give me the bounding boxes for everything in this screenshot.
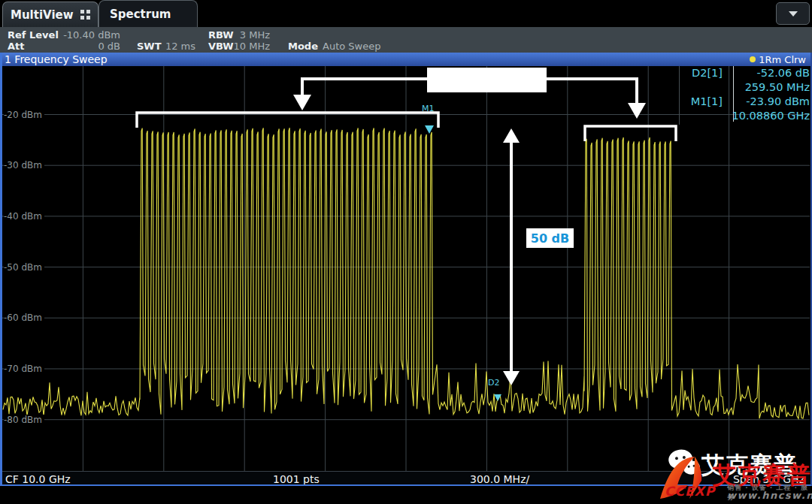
marker-m1-flag: M1 <box>422 104 435 113</box>
window-dropdown-button[interactable] <box>776 2 810 25</box>
watermark-website: www.hncsw.net <box>727 490 812 501</box>
marker-row-m1[interactable]: M1[1] -23.90 dBm <box>680 95 812 110</box>
marker-d2-icon[interactable] <box>494 394 501 401</box>
swt-label[interactable]: SWT <box>137 41 162 52</box>
marker-row-d2-freq[interactable]: 259.50 MHz <box>680 81 812 95</box>
y-axis-label: -70 dBm <box>4 364 44 374</box>
rbw-value[interactable]: 3 MHz <box>226 29 270 41</box>
watermark-logo-text: CCEXP <box>665 484 715 499</box>
window-title: 1 Frequency Sweep <box>5 53 108 65</box>
multiview-grid-icon <box>80 10 90 20</box>
y-axis-label: -60 dBm <box>4 312 44 323</box>
tab-multiview[interactable]: MultiView <box>2 2 98 27</box>
marker-results-panel: D2[1] -52.06 dB 259.50 MHz M1[1] -23.90 … <box>679 66 812 125</box>
per-division-value[interactable]: 300.0 MHz/ <box>470 473 529 485</box>
att-value[interactable]: 0 dB <box>57 41 120 52</box>
span-value[interactable]: Span 3.0 GHz <box>733 473 804 485</box>
spectrum-plot-svg <box>0 66 812 471</box>
marker-d2-freq: 259.50 MHz <box>729 81 812 95</box>
marker-m1-name-spacer <box>680 110 729 124</box>
att-label[interactable]: Att <box>8 41 25 52</box>
tab-spectrum[interactable]: Spectrum <box>98 0 198 27</box>
vbw-value[interactable]: 10 MHz <box>226 41 270 52</box>
x-axis-bar: CF 10.0 GHz 1001 pts 300.0 MHz/ Span 3.0… <box>0 471 812 486</box>
sweep-points-value[interactable]: 1001 pts <box>273 473 320 485</box>
y-axis-label: -80 dBm <box>4 415 44 425</box>
tab-multiview-label: MultiView <box>11 8 74 22</box>
marker-m1-name: M1[1] <box>680 95 729 110</box>
settings-bar: Ref Level -10.40 dBm Att 0 dB SWT 12 ms … <box>0 27 812 53</box>
y-axis-label: -40 dBm <box>4 211 44 222</box>
chevron-down-icon <box>789 11 798 17</box>
marker-d2-name-spacer <box>680 81 729 95</box>
marker-m1-icon[interactable] <box>425 125 434 134</box>
delta-measure-arrow <box>503 128 520 385</box>
trace-info[interactable]: 1Rm Clrw <box>750 54 806 65</box>
window-title-bar[interactable]: 1 Frequency Sweep 1Rm Clrw <box>0 53 812 66</box>
y-axis-label: -30 dBm <box>4 160 44 171</box>
marker-d2-flag: D2 <box>488 378 499 388</box>
trace-color-dot-icon <box>750 56 756 62</box>
trace-mode-label: 1Rm Clrw <box>759 54 806 65</box>
mode-value[interactable]: Auto Sweep <box>323 41 380 52</box>
ref-level-value[interactable]: -10.40 dBm <box>57 29 120 41</box>
delta-level-text: 50 dB <box>531 231 569 246</box>
delta-level-label: 50 dB <box>526 228 574 248</box>
y-axis-label: -20 dBm <box>4 110 44 120</box>
swt-value[interactable]: 12 ms <box>161 41 195 52</box>
tab-spectrum-label: Spectrum <box>110 8 171 21</box>
marker-d2-level: -52.06 dB <box>729 67 812 81</box>
ref-level-label[interactable]: Ref Level <box>8 29 59 41</box>
marker-m1-level: -23.90 dBm <box>729 95 812 110</box>
callout-box <box>427 68 547 92</box>
y-axis-label: -50 dBm <box>4 262 44 273</box>
marker-row-d2[interactable]: D2[1] -52.06 dB <box>680 67 812 81</box>
tab-bar: MultiView Spectrum <box>0 0 812 27</box>
marker-row-m1-freq[interactable]: 10.08860 GHz <box>680 110 812 124</box>
marker-d2-name: D2[1] <box>680 67 729 81</box>
mode-label[interactable]: Mode <box>288 41 318 52</box>
marker-m1-freq: 10.08860 GHz <box>729 110 812 124</box>
plot-area[interactable]: -20 dBm-30 dBm-40 dBm-50 dBm-60 dBm-70 d… <box>0 66 812 471</box>
spectrum-analyzer-screen: MultiView Spectrum Ref Level -10.40 dBm … <box>0 0 812 504</box>
center-frequency-value[interactable]: CF 10.0 GHz <box>5 473 71 485</box>
